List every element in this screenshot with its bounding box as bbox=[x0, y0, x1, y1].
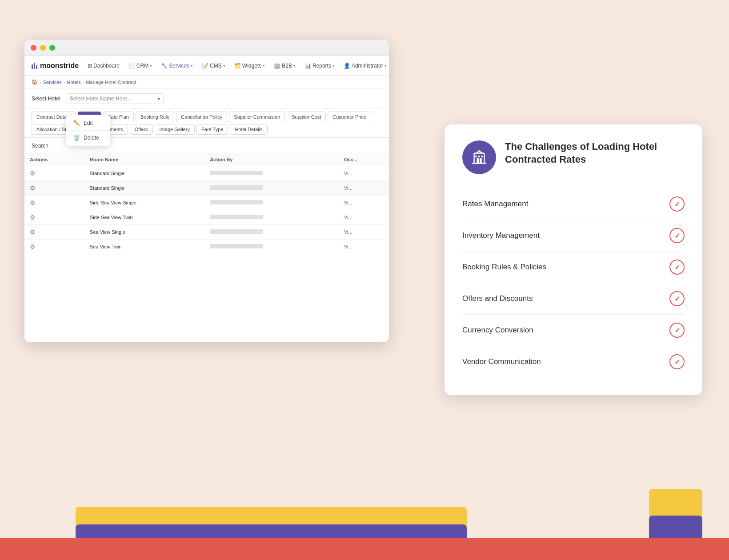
tab-booking-rule[interactable]: Booking Rule bbox=[136, 112, 174, 122]
view-link-5[interactable]: Vi... bbox=[344, 229, 352, 235]
svg-rect-3 bbox=[475, 156, 477, 157]
breadcrumb-services[interactable]: Services bbox=[43, 80, 62, 85]
decorative-dots-bottom-left bbox=[18, 409, 89, 471]
col-actions: Actions bbox=[24, 153, 84, 166]
check-circle-booking bbox=[669, 260, 685, 275]
rooms-table: Actions Room Name Action By Occ... ⚙ Sta… bbox=[24, 153, 389, 254]
nav-services[interactable]: 🔧 Services ▾ bbox=[161, 63, 193, 69]
tab-customer-price[interactable]: Customer Price bbox=[328, 112, 371, 122]
col-action-by: Action By bbox=[204, 153, 339, 166]
cell-action-3: ⚙ bbox=[24, 196, 84, 210]
check-circle-inventory bbox=[669, 228, 685, 243]
cell-occ-4: Vi... bbox=[339, 210, 389, 225]
blurred-text-2 bbox=[210, 185, 263, 190]
tab-supplier-commission[interactable]: Supplier Commission bbox=[229, 112, 285, 122]
select-hotel-row: Select Hotel Select Hotel Name Here... bbox=[24, 89, 389, 109]
tab-supplier-cost[interactable]: Supplier Cost bbox=[287, 112, 326, 122]
tab-fare-type[interactable]: Fare Type bbox=[196, 124, 228, 135]
context-menu-delete[interactable]: 🗑️ Delete bbox=[66, 132, 110, 144]
table-row-context: ⚙ Standard Single Vi... bbox=[24, 181, 389, 196]
logo[interactable]: moonstride bbox=[32, 62, 79, 70]
nav-b2b-label: B2B bbox=[282, 63, 292, 69]
svg-rect-1 bbox=[477, 158, 479, 163]
checklist-item-booking: Booking Rules & Policies bbox=[462, 252, 685, 283]
nav-administrator[interactable]: 👤 Administrator ▾ bbox=[344, 63, 387, 69]
breadcrumb-home[interactable]: 🏠 bbox=[32, 79, 38, 85]
checklist-label-vendor: Vendor Communication bbox=[462, 357, 541, 366]
nav-cms-label: CMS bbox=[210, 63, 222, 69]
cell-action-by-6 bbox=[204, 240, 339, 254]
logo-bar-3 bbox=[36, 65, 37, 69]
logo-bar-1 bbox=[32, 64, 33, 69]
nav-cms[interactable]: 📝 CMS ▾ bbox=[202, 63, 225, 69]
nav-services-label: Services bbox=[169, 63, 189, 69]
col-occ: Occ... bbox=[339, 153, 389, 166]
cell-action-2: ⚙ bbox=[24, 181, 84, 196]
check-circle-currency bbox=[669, 323, 685, 338]
view-link-1[interactable]: Vi... bbox=[344, 171, 352, 176]
table-row-6: ⚙ Sea View Twin Vi... bbox=[24, 240, 389, 254]
checklist-label-offers: Offers and Discounts bbox=[462, 294, 533, 303]
cell-room-name-6: Sea View Twin bbox=[84, 240, 204, 254]
breadcrumb-hotels[interactable]: Hotels bbox=[67, 80, 81, 85]
grid-icon: ⊞ bbox=[88, 63, 92, 69]
check-circle-offers bbox=[669, 291, 685, 306]
cell-room-name-2: Standard Single bbox=[84, 181, 204, 196]
view-link-4[interactable]: Vi... bbox=[344, 215, 352, 220]
nav-crm[interactable]: 📄 CRM ▾ bbox=[128, 63, 152, 69]
select-hotel-dropdown[interactable]: Select Hotel Name Here... bbox=[66, 93, 164, 104]
logo-icon bbox=[32, 63, 37, 69]
col-room-name: Room Name bbox=[84, 153, 204, 166]
browser-dot-close[interactable] bbox=[31, 45, 36, 51]
svg-rect-0 bbox=[474, 153, 485, 164]
table-row-3: ⚙ Side Sea View Single Vi... bbox=[24, 196, 389, 210]
nav-widgets[interactable]: 🗂️ Widgets ▾ bbox=[234, 63, 265, 69]
select-hotel-wrapper: Select Hotel Name Here... bbox=[66, 93, 164, 104]
logo-bar-2 bbox=[34, 63, 35, 69]
table-row-4: ⚙ Side Sea View Twin Vi... bbox=[24, 210, 389, 225]
svg-rect-4 bbox=[478, 156, 480, 157]
cell-occ-5: Vi... bbox=[339, 225, 389, 240]
checklist-item-inventory: Inventory Management bbox=[462, 220, 685, 252]
check-circle-vendor bbox=[669, 354, 685, 369]
nav-dashboard[interactable]: ⊞ Dashboard bbox=[88, 63, 120, 69]
cell-action-6: ⚙ bbox=[24, 240, 84, 254]
cell-occ-2: Vi... bbox=[339, 181, 389, 196]
view-link-6[interactable]: Vi... bbox=[344, 244, 352, 249]
browser-dot-minimize[interactable] bbox=[40, 45, 46, 51]
settings-icon-6[interactable]: ⚙ bbox=[30, 243, 36, 250]
context-menu-edit[interactable]: ✏️ Edit bbox=[66, 117, 110, 129]
cell-action-by-3 bbox=[204, 196, 339, 210]
checklist-item-offers: Offers and Discounts bbox=[462, 283, 685, 315]
cell-action-by-2 bbox=[204, 181, 339, 196]
cell-action-by-1 bbox=[204, 166, 339, 181]
check-circle-rates bbox=[669, 196, 685, 212]
settings-icon-1[interactable]: ⚙ bbox=[30, 170, 36, 177]
settings-icon-5[interactable]: ⚙ bbox=[30, 228, 36, 236]
tab-cancellation-policy[interactable]: Cancellation Policy bbox=[176, 112, 227, 122]
view-link-2[interactable]: Vi... bbox=[344, 185, 352, 191]
cell-occ-3: Vi... bbox=[339, 196, 389, 210]
tab-hotel-details[interactable]: Hotel Details bbox=[230, 124, 267, 135]
chevron-down-icon-3: ▾ bbox=[223, 64, 225, 68]
settings-icon-3[interactable]: ⚙ bbox=[30, 199, 36, 206]
context-menu: ✏️ Edit 🗑️ Delete bbox=[66, 115, 110, 146]
table-row-5: ⚙ Sea View Single Vi... bbox=[24, 225, 389, 240]
nav-dashboard-label: Dashboard bbox=[93, 63, 120, 69]
browser-dot-maximize[interactable] bbox=[49, 45, 55, 51]
table-header-row: Actions Room Name Action By Occ... bbox=[24, 153, 389, 166]
settings-icon-4[interactable]: ⚙ bbox=[30, 214, 36, 221]
tab-offers[interactable]: Offers bbox=[130, 124, 153, 135]
nav-reports[interactable]: 📊 Reports ▾ bbox=[304, 63, 335, 69]
tab-image-gallery[interactable]: Image Gallery bbox=[155, 124, 195, 135]
table-container: Actions Room Name Action By Occ... ⚙ Sta… bbox=[24, 153, 389, 254]
settings-icon-2[interactable]: ⚙ bbox=[30, 184, 36, 192]
checklist-label-booking: Booking Rules & Policies bbox=[462, 263, 546, 272]
nav-b2b[interactable]: 🏢 B2B ▾ bbox=[274, 63, 296, 69]
blurred-text-5 bbox=[210, 229, 263, 234]
view-link-3[interactable]: Vi... bbox=[344, 200, 352, 205]
blurred-text-1 bbox=[210, 171, 263, 175]
checklist-label-inventory: Inventory Management bbox=[462, 231, 540, 240]
cell-room-name-4: Side Sea View Twin bbox=[84, 210, 204, 225]
blurred-text-3 bbox=[210, 200, 263, 204]
